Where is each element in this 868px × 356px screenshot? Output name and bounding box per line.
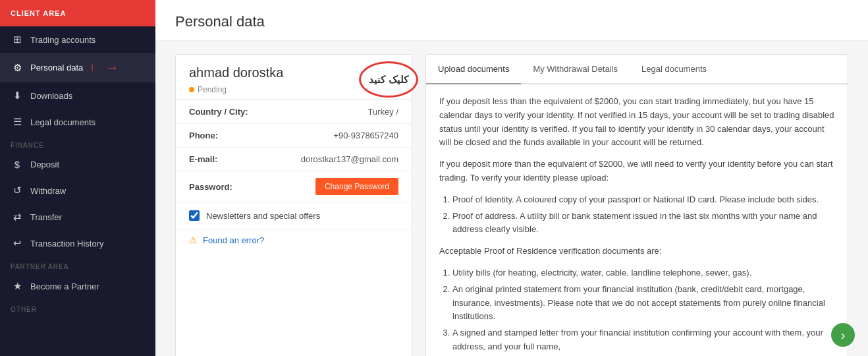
password-label: Password:: [189, 182, 261, 192]
sidebar-item-label: Downloads: [30, 91, 72, 101]
found-error-link[interactable]: Found an error?: [203, 235, 264, 245]
status-text: Pending: [198, 85, 227, 94]
info-para3: Acceptable Proof of Residence verificati…: [439, 245, 834, 258]
trading-accounts-icon: ⊞: [11, 34, 24, 45]
sidebar-item-deposit[interactable]: $ Deposit: [0, 152, 155, 177]
content-area: ahmad dorostka Pending کلیک کنید Country…: [155, 41, 868, 356]
click-circle: کلیک کنید: [359, 61, 418, 98]
sidebar: CLIENT AREA ⊞ Trading accounts ⚙ Persona…: [0, 0, 155, 356]
tab-withdrawal-details[interactable]: My Withdrawal Details: [521, 55, 630, 84]
info-para2: If you deposit more than the equivalent …: [439, 158, 834, 185]
partner-icon: ★: [11, 280, 24, 292]
phone-label: Phone:: [189, 131, 261, 140]
country-label: Country / City:: [189, 107, 261, 117]
info-para1: If you deposit less than the equivalent …: [439, 95, 834, 150]
sidebar-item-label: Withdraw: [30, 186, 66, 196]
other-section-label: Other: [0, 299, 155, 316]
info-panel: Upload documents My Withdrawal Details L…: [425, 54, 848, 356]
personal-data-badge: !: [91, 63, 94, 73]
sidebar-item-label: Transaction History: [30, 239, 104, 249]
tab-label: Upload documents: [438, 64, 509, 74]
client-area-label: CLIENT AREA: [11, 9, 67, 17]
country-field-row: Country / City: Turkey /: [176, 100, 412, 124]
sidebar-item-downloads[interactable]: ⬇ Downloads: [0, 82, 155, 109]
sidebar-item-label: Become a Partner: [30, 282, 99, 291]
list2-item1: Utility bills (for heating, electricity,…: [452, 266, 834, 280]
password-row: Password: Change Password: [176, 171, 412, 202]
gear-icon: ⚙: [11, 62, 24, 74]
sidebar-item-withdraw[interactable]: ↺ Withdraw: [0, 177, 155, 204]
email-label: E-mail:: [189, 154, 261, 164]
newsletter-row: Newsletters and special offers: [176, 202, 412, 229]
email-field-row: E-mail: dorostkar137@gmail.com: [176, 148, 412, 171]
sidebar-item-personal-data[interactable]: ⚙ Personal data ! →: [0, 53, 155, 82]
sidebar-item-label: Transfer: [30, 212, 62, 222]
newsletter-label: Newsletters and special offers: [206, 211, 320, 221]
sidebar-item-label: Deposit: [30, 160, 59, 169]
sidebar-item-transaction-history[interactable]: ↩ Transaction History: [0, 230, 155, 256]
status-badge: Pending: [189, 85, 227, 94]
info-list2: Utility bills (for heating, electricity,…: [452, 266, 834, 356]
main-content: Personal data ahmad dorostka Pending کلی…: [155, 0, 868, 356]
card-header: ahmad dorostka Pending کلیک کنید: [176, 55, 412, 100]
info-content: If you deposit less than the equivalent …: [426, 84, 848, 356]
transaction-icon: ↩: [11, 237, 24, 249]
country-value: Turkey /: [261, 107, 398, 117]
list1-item1: Proof of Identity. A coloured copy of yo…: [452, 193, 834, 207]
sidebar-item-transfer[interactable]: ⇄ Transfer: [0, 204, 155, 230]
click-label: کلیک کنید: [369, 74, 408, 86]
list2-item2: An original printed statement from your …: [452, 283, 834, 324]
phone-value: +90-9378657240: [261, 131, 398, 140]
finance-section-label: FINANCE: [0, 135, 155, 152]
newsletter-checkbox[interactable]: [189, 210, 200, 221]
phone-field-row: Phone: +90-9378657240: [176, 124, 412, 148]
sidebar-header: CLIENT AREA: [0, 0, 155, 26]
list1-item2: Proof of address. A utility bill or bank…: [452, 210, 834, 237]
sidebar-item-label: Personal data: [30, 63, 83, 73]
change-password-button[interactable]: Change Password: [315, 178, 398, 195]
tab-upload-documents[interactable]: Upload documents: [426, 55, 521, 84]
download-icon: ⬇: [11, 90, 24, 102]
page-title: Personal data: [155, 0, 868, 41]
error-row: ⚠ Found an error?: [176, 229, 412, 254]
tabs-bar: Upload documents My Withdrawal Details L…: [426, 55, 848, 84]
arrow-annotation: →: [105, 60, 119, 75]
sidebar-item-label: Trading accounts: [30, 35, 95, 45]
click-annotation: کلیک کنید: [359, 61, 418, 98]
partner-section-label: PARTNER AREA: [0, 256, 155, 273]
sidebar-item-trading-accounts[interactable]: ⊞ Trading accounts: [0, 26, 155, 53]
legal-documents-icon: ☰: [11, 116, 24, 128]
info-list1: Proof of Identity. A coloured copy of yo…: [452, 193, 834, 237]
tab-label: My Withdrawal Details: [533, 64, 618, 74]
deposit-icon: $: [11, 159, 24, 170]
email-value: dorostkar137@gmail.com: [261, 154, 398, 164]
green-action-button[interactable]: ›: [831, 323, 855, 347]
sidebar-item-legal-documents[interactable]: ☰ Legal documents: [0, 109, 155, 135]
sidebar-item-become-partner[interactable]: ★ Become a Partner: [0, 273, 155, 299]
list2-item3: A signed and stamped letter from your fi…: [452, 326, 834, 354]
personal-data-card: ahmad dorostka Pending کلیک کنید Country…: [175, 54, 412, 356]
status-dot: [189, 87, 194, 92]
tab-legal-documents[interactable]: Legal documents: [630, 55, 719, 84]
transfer-icon: ⇄: [11, 211, 24, 223]
sidebar-item-label: Legal documents: [30, 117, 95, 127]
tab-label: Legal documents: [641, 64, 707, 74]
withdraw-icon: ↺: [11, 185, 24, 196]
warning-icon: ⚠: [189, 235, 198, 245]
